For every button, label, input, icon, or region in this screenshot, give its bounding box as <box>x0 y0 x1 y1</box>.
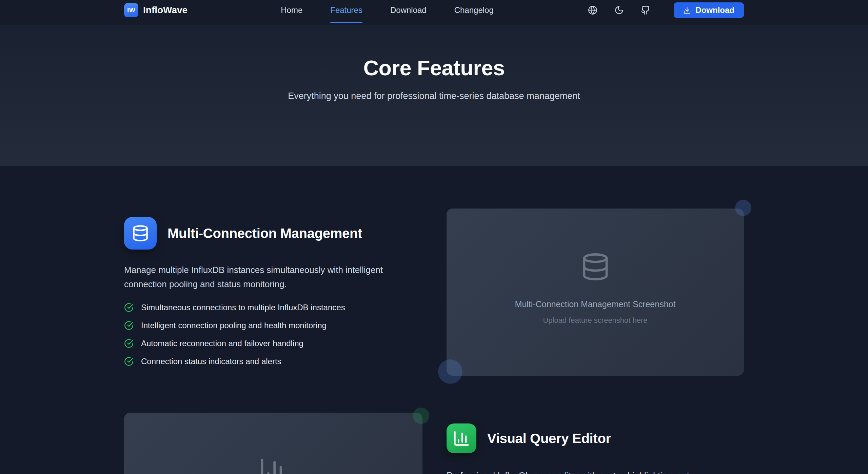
screenshot-placeholder-card <box>124 413 422 474</box>
placeholder-subtitle: Upload feature screenshot here <box>543 316 647 325</box>
feature-description: Professional InfluxQL query editor with … <box>447 469 714 474</box>
nav-link-download[interactable]: Download <box>390 4 427 16</box>
feature-bullet-list: Simultaneous connections to multiple Inf… <box>124 303 422 366</box>
features-content: Multi-Connection Management Manage multi… <box>0 209 868 474</box>
placeholder-title: Multi-Connection Management Screenshot <box>515 299 676 309</box>
check-circle-icon <box>124 303 134 312</box>
check-circle-icon <box>124 357 134 366</box>
feature-title-multi-connection: Multi-Connection Management <box>167 226 362 241</box>
download-button-label: Download <box>695 5 734 15</box>
top-navbar: IW InfloWave Home Features Download Chan… <box>0 0 868 25</box>
feature-row-multi-connection: Multi-Connection Management Manage multi… <box>124 209 744 376</box>
download-icon <box>683 6 691 14</box>
feature-description: Manage multiple InfluxDB instances simul… <box>124 263 392 291</box>
globe-icon[interactable] <box>588 5 598 15</box>
list-item: Connection status indicators and alerts <box>124 357 422 366</box>
brand-logo-badge: IW <box>124 3 138 17</box>
bullet-text: Intelligent connection pooling and healt… <box>141 321 327 330</box>
github-icon[interactable] <box>640 5 651 15</box>
page-subtitle: Everything you need for professional tim… <box>0 91 868 101</box>
nav-link-home[interactable]: Home <box>281 4 302 16</box>
brand-name: InfloWave <box>143 5 188 16</box>
bullet-text: Simultaneous connections to multiple Inf… <box>141 303 345 312</box>
list-item: Simultaneous connections to multiple Inf… <box>124 303 422 312</box>
list-item: Automatic reconnection and failover hand… <box>124 339 422 348</box>
main-nav: Home Features Download Changelog <box>281 4 494 16</box>
list-item: Intelligent connection pooling and healt… <box>124 321 422 330</box>
database-placeholder-icon <box>580 249 610 286</box>
chart-column-icon <box>447 423 476 453</box>
brand-logo[interactable]: IW InfloWave <box>124 3 188 17</box>
moon-icon[interactable] <box>614 5 624 15</box>
decorative-circle <box>735 200 751 216</box>
chart-placeholder-icon <box>258 453 288 474</box>
download-button[interactable]: Download <box>674 2 744 18</box>
feature-title-visual-query-editor: Visual Query Editor <box>487 431 611 446</box>
bullet-text: Automatic reconnection and failover hand… <box>141 339 303 348</box>
bullet-text: Connection status indicators and alerts <box>141 357 281 366</box>
database-icon <box>124 217 157 250</box>
feature-row-visual-query-editor: Visual Query Editor Professional InfluxQ… <box>124 413 744 474</box>
screenshot-placeholder-card: Multi-Connection Management Screenshot U… <box>447 209 744 376</box>
nav-link-changelog[interactable]: Changelog <box>454 4 494 16</box>
nav-link-features[interactable]: Features <box>330 4 362 16</box>
decorative-circle <box>413 408 429 424</box>
hero-section: Core Features Everything you need for pr… <box>0 25 868 166</box>
check-circle-icon <box>124 339 134 348</box>
decorative-circle <box>438 359 462 384</box>
page-title: Core Features <box>0 25 868 80</box>
check-circle-icon <box>124 321 134 330</box>
